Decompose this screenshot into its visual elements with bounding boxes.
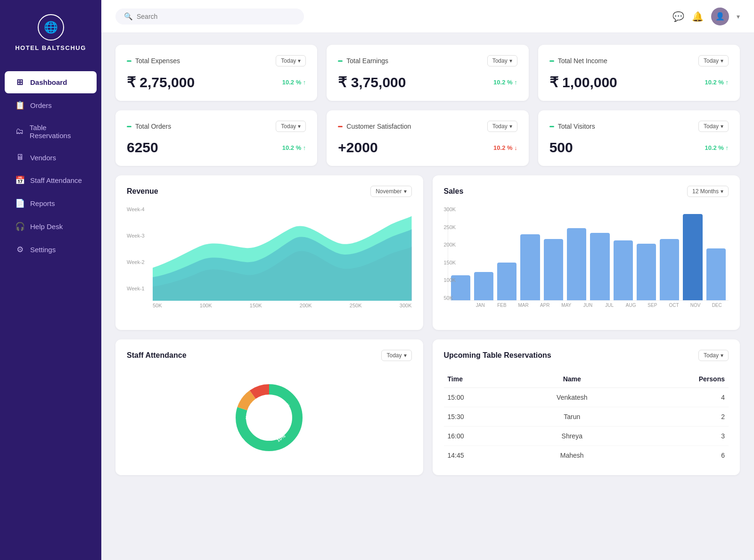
sidebar-item-vendors[interactable]: 🖥 Vendors bbox=[5, 147, 97, 168]
reservation-time: 15:00 bbox=[444, 388, 515, 407]
header-actions: 💬 🔔 👤 ▾ bbox=[672, 8, 740, 25]
stat-period-customer-satisfaction[interactable]: Today ▾ bbox=[487, 121, 517, 132]
chevron-down-icon: ▾ bbox=[721, 58, 723, 64]
stat-label-customer-satisfaction: Customer Satisfaction bbox=[338, 123, 411, 130]
sidebar-item-table-reservations[interactable]: 🗂 Table Reservations bbox=[5, 117, 97, 146]
stat-change-customer-satisfaction: 10.2 % ↓ bbox=[493, 144, 517, 151]
chevron-down-icon: ▾ bbox=[509, 58, 512, 64]
table-row: 15:30 Tarun 2 bbox=[444, 407, 729, 427]
sales-bar-FEB[interactable] bbox=[474, 272, 493, 300]
sales-bar-AUG[interactable] bbox=[614, 240, 633, 300]
sidebar-item-help-desk[interactable]: 🎧 Help Desk bbox=[5, 215, 97, 238]
sidebar-item-settings[interactable]: ⚙ Settings bbox=[5, 239, 97, 261]
stat-period-total-net-income[interactable]: Today ▾ bbox=[698, 55, 729, 66]
chevron-down-icon: ▾ bbox=[721, 352, 723, 359]
staff-attendance-title: Staff Attendance bbox=[127, 351, 187, 360]
stat-period-total-expenses[interactable]: Today ▾ bbox=[276, 55, 306, 66]
sales-bar-SEP[interactable] bbox=[637, 244, 656, 300]
chevron-down-icon: ▾ bbox=[509, 123, 512, 130]
sales-chart-card: Sales 12 Months ▾ 300K 250K 200K bbox=[433, 175, 740, 330]
sales-bar-NOV[interactable] bbox=[683, 214, 702, 300]
sales-bar-APR[interactable] bbox=[520, 234, 540, 300]
reservation-time: 14:45 bbox=[444, 446, 515, 465]
sidebar-label-vendors: Vendors bbox=[30, 154, 56, 162]
sales-label-JUN: JUN bbox=[579, 303, 597, 308]
reservation-name: Venkatesh bbox=[515, 388, 629, 407]
sidebar-item-orders[interactable]: 📋 Orders bbox=[5, 94, 97, 116]
reservations-period-label: Today bbox=[704, 352, 719, 359]
search-input[interactable] bbox=[137, 13, 295, 20]
sidebar-label-settings: Settings bbox=[30, 246, 56, 254]
sidebar-label-table-reservations: Table Reservations bbox=[30, 124, 86, 140]
stats-row-2: Total Orders Today ▾ 6250 10.2 % ↑ Custo… bbox=[115, 110, 740, 166]
sales-bar-MAR[interactable] bbox=[497, 263, 516, 300]
sales-chart-title: Sales bbox=[444, 187, 464, 196]
sales-bars-area bbox=[448, 206, 729, 301]
stat-value-total-expenses: ₹ 2,75,000 bbox=[127, 74, 195, 91]
col-time: Time bbox=[444, 371, 515, 388]
table-reservations-icon: 🗂 bbox=[15, 127, 24, 136]
stat-change-total-earnings: 10.2 % ↑ bbox=[493, 79, 517, 86]
sidebar-label-staff-attendance: Staff Attendance bbox=[30, 176, 82, 184]
revenue-area-chart bbox=[153, 206, 412, 301]
sidebar-item-reports[interactable]: 📄 Reports bbox=[5, 192, 97, 214]
stat-period-total-visitors[interactable]: Today ▾ bbox=[698, 121, 729, 132]
sales-label-AUG: AUG bbox=[622, 303, 640, 308]
hotel-name: HOTEL BALTSCHUG bbox=[15, 44, 86, 51]
staff-attendance-card: Staff Attendance Today ▾ bbox=[115, 339, 423, 475]
chevron-down-icon: ▾ bbox=[404, 352, 407, 359]
stat-period-total-earnings[interactable]: Today ▾ bbox=[487, 55, 517, 66]
stat-dot-customer-satisfaction bbox=[338, 126, 343, 127]
reports-icon: 📄 bbox=[15, 198, 25, 208]
table-row: 16:00 Shreya 3 bbox=[444, 427, 729, 446]
sales-x-labels: JANFEBMARAPRMAYJUNJULAUGSEPOCTNOVDEC bbox=[469, 303, 729, 308]
sales-bar-OCT[interactable] bbox=[660, 239, 679, 300]
chevron-down-icon: ▾ bbox=[721, 123, 723, 130]
revenue-period-label: November bbox=[376, 188, 402, 195]
chevron-down-icon[interactable]: ▾ bbox=[737, 13, 740, 20]
table-row: 14:45 Mahesh 6 bbox=[444, 446, 729, 465]
stat-card-total-earnings: Total Earnings Today ▾ ₹ 3,75,000 10.2 %… bbox=[327, 45, 528, 101]
sales-bar-JUN[interactable] bbox=[567, 228, 586, 300]
stat-card-total-orders: Total Orders Today ▾ 6250 10.2 % ↑ bbox=[115, 110, 317, 166]
search-wrap[interactable]: 🔍 bbox=[115, 8, 304, 25]
staff-period-dropdown[interactable]: Today ▾ bbox=[381, 350, 411, 361]
reservation-persons: 3 bbox=[629, 427, 729, 446]
sidebar: 🌐 HOTEL BALTSCHUG ⊞ Dashboard📋 Orders🗂 T… bbox=[0, 0, 101, 560]
sales-bar-MAY[interactable] bbox=[544, 239, 563, 300]
reservation-persons: 6 bbox=[629, 446, 729, 465]
sales-bar-JUL[interactable] bbox=[590, 233, 609, 300]
svg-text:80 %: 80 % bbox=[246, 415, 257, 420]
revenue-chart-wrap: Week-4 Week-3 Week-2 Week-1 bbox=[127, 206, 412, 310]
sales-label-FEB: FEB bbox=[493, 303, 511, 308]
revenue-period-dropdown[interactable]: November ▾ bbox=[370, 186, 411, 197]
main-content: 🔍 💬 🔔 👤 ▾ Total Expenses Today ▾ bbox=[101, 0, 754, 560]
col-persons: Persons bbox=[629, 371, 729, 388]
sales-bar-DEC[interactable] bbox=[706, 248, 726, 300]
sidebar-label-reports: Reports bbox=[30, 199, 55, 207]
sidebar-item-staff-attendance[interactable]: 📅 Staff Attendance bbox=[5, 169, 97, 191]
reservations-period-dropdown[interactable]: Today ▾ bbox=[698, 350, 729, 361]
reservation-time: 15:30 bbox=[444, 407, 515, 427]
avatar[interactable]: 👤 bbox=[711, 8, 729, 25]
sidebar-item-dashboard[interactable]: ⊞ Dashboard bbox=[5, 71, 97, 93]
stat-card-customer-satisfaction: Customer Satisfaction Today ▾ +2000 10.2… bbox=[327, 110, 528, 166]
stat-dot-total-net-income bbox=[549, 60, 554, 62]
stat-change-total-orders: 10.2 % ↑ bbox=[282, 144, 306, 151]
logo-icon: 🌐 bbox=[44, 21, 58, 34]
reservation-name: Tarun bbox=[515, 407, 629, 427]
reservation-time: 16:00 bbox=[444, 427, 515, 446]
revenue-y-labels: Week-4 Week-3 Week-2 Week-1 bbox=[127, 206, 145, 291]
dashboard-icon: ⊞ bbox=[15, 77, 25, 87]
stat-value-total-visitors: 500 bbox=[549, 140, 573, 156]
stat-change-total-expenses: 10.2 % ↑ bbox=[282, 79, 306, 86]
notification-icon[interactable]: 🔔 bbox=[692, 11, 704, 22]
stat-period-total-orders[interactable]: Today ▾ bbox=[276, 121, 306, 132]
stat-label-total-visitors: Total Visitors bbox=[549, 123, 595, 130]
staff-period-label: Today bbox=[386, 352, 402, 359]
sales-period-dropdown[interactable]: 12 Months ▾ bbox=[687, 186, 729, 197]
stat-value-total-orders: 6250 bbox=[127, 140, 158, 156]
chat-icon[interactable]: 💬 bbox=[672, 11, 684, 22]
settings-icon: ⚙ bbox=[15, 245, 25, 255]
sales-y-labels: 300K 250K 200K 150K 100K 50K bbox=[444, 206, 456, 301]
